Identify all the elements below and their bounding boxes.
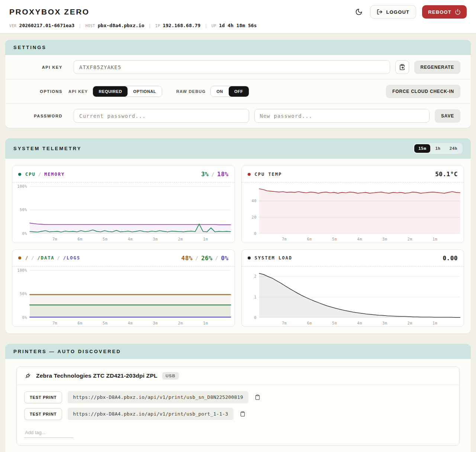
system-load-plot: 2107m6m5m4m3m2m1m xyxy=(242,267,464,327)
chart-disks: ///DATA//LOGS 48%/26%/0% 100%50%0%7m6m5m… xyxy=(12,249,235,327)
api-key-required-option[interactable]: REQUIRED xyxy=(93,86,128,97)
clipboard-copy-icon xyxy=(255,394,260,400)
printer-name: Zebra Technologies ZTC ZD421-203dpi ZPL xyxy=(36,372,157,379)
regenerate-button[interactable]: REGENERATE xyxy=(414,61,460,74)
svg-text:1m: 1m xyxy=(203,237,208,241)
svg-text:2m: 2m xyxy=(178,321,183,325)
usb-plug-icon xyxy=(24,372,31,380)
chart-label-part: /DATA xyxy=(37,255,54,261)
new-password-field[interactable] xyxy=(254,109,430,123)
password-label: PASSWORD xyxy=(5,114,68,118)
api-key-optional-option[interactable]: OPTIONAL xyxy=(128,86,162,97)
raw-debug-on-option[interactable]: ON xyxy=(211,86,229,97)
options-label: OPTIONS xyxy=(5,89,68,94)
api-key-mode-label: API KEY xyxy=(68,89,88,94)
svg-text:4m: 4m xyxy=(357,321,362,325)
svg-text:7m: 7m xyxy=(52,321,57,325)
logout-button[interactable]: LOGOUT xyxy=(370,5,416,19)
chart-title: CPU/MEMORY xyxy=(25,172,65,177)
disks-plot: 100%50%0%7m6m5m4m3m2m1m xyxy=(12,267,235,327)
save-password-button[interactable]: SAVE xyxy=(435,109,460,123)
chart-label-part: CPU xyxy=(25,172,36,177)
settings-section: SETTINGS API KEY REGENERATE OPTIONS API … xyxy=(5,40,471,128)
api-key-input[interactable] xyxy=(74,60,390,74)
clipboard-copy-icon xyxy=(399,64,405,70)
endpoint-row: TEST PRINT https://pbx-D8A4.pbxz.io/api/… xyxy=(24,391,452,403)
raw-debug-off-option[interactable]: OFF xyxy=(229,86,249,97)
cpu-temp-plot: 402007m6m5m4m3m2m1m xyxy=(242,183,464,243)
chart-label-part: 48% xyxy=(181,255,193,262)
telemetry-title: SYSTEM TELEMETRY xyxy=(13,146,81,151)
system-meta: VER 20260217.01-6671ea3 | HOST pbx-d8a4.… xyxy=(9,23,467,28)
range-tab-1h[interactable]: 1h xyxy=(431,144,444,153)
copy-api-key-button[interactable] xyxy=(395,60,409,74)
svg-text:3m: 3m xyxy=(382,321,387,325)
chart-label-part: 50.1°C xyxy=(435,171,458,178)
meta-label-ver: VER xyxy=(9,24,17,28)
chart-head: SYSTEM LOAD 0.00 xyxy=(242,250,464,267)
meta-label-ip: IP xyxy=(155,24,160,28)
chart-current-value: 0.00 xyxy=(443,255,458,262)
raw-debug-toggle: ON OFF xyxy=(210,86,249,97)
meta-value-ip: 192.168.68.79 xyxy=(163,23,200,28)
svg-text:7m: 7m xyxy=(282,321,286,325)
add-tag-input[interactable] xyxy=(24,427,73,438)
svg-text:1: 1 xyxy=(254,295,257,299)
endpoint-url: https://pbx-D8A4.pbxz.io/api/v1/print/us… xyxy=(68,391,248,403)
range-tab-24h[interactable]: 24h xyxy=(446,144,461,153)
range-tab-15m[interactable]: 15m xyxy=(414,144,430,153)
chart-head: CPU TEMP 50.1°C xyxy=(242,166,464,183)
copy-url-button[interactable] xyxy=(239,410,246,417)
chart-title: SYSTEM LOAD xyxy=(255,255,292,261)
logout-label: LOGOUT xyxy=(386,9,409,15)
svg-text:5m: 5m xyxy=(332,237,337,241)
chart-label-part: /LOGS xyxy=(63,255,80,261)
svg-text:3m: 3m xyxy=(153,321,158,325)
chart-current-value: 50.1°C xyxy=(435,171,458,178)
svg-text:6m: 6m xyxy=(77,237,82,241)
chart-title: CPU TEMP xyxy=(255,172,282,177)
printers-section: PRINTERS — AUTO DISCOVERED Zebra Technol… xyxy=(5,344,471,452)
divider: | xyxy=(205,23,206,28)
svg-text:4m: 4m xyxy=(128,321,133,325)
chart-title: ///DATA//LOGS xyxy=(25,255,80,261)
svg-text:7m: 7m xyxy=(52,237,57,241)
svg-text:0%: 0% xyxy=(22,232,27,236)
chart-current-value: 3%/18% xyxy=(201,171,229,178)
svg-text:100%: 100% xyxy=(17,268,27,272)
meta-value-host: pbx-d8a4.pbxz.io xyxy=(98,23,144,28)
svg-text:3m: 3m xyxy=(382,237,387,241)
svg-text:2: 2 xyxy=(254,274,257,278)
time-range-tabs: 15m 1h 24h xyxy=(413,143,463,154)
force-cloud-checkin-button[interactable]: FORCE CLOUD CHECK-IN xyxy=(386,85,460,98)
cpu-memory-plot: 100%50%0%7m6m5m4m3m2m1m xyxy=(12,183,235,243)
svg-text:50%: 50% xyxy=(20,208,27,212)
series-dot xyxy=(18,256,21,259)
svg-text:1m: 1m xyxy=(203,321,208,325)
separator: / xyxy=(57,255,61,261)
test-print-button[interactable]: TEST PRINT xyxy=(24,408,62,420)
meta-label-up: UP xyxy=(212,24,216,28)
copy-url-button[interactable] xyxy=(254,394,261,401)
divider: | xyxy=(149,23,150,28)
chart-label-part: 3% xyxy=(201,171,209,178)
current-password-field[interactable] xyxy=(74,109,249,123)
api-key-mode-toggle: REQUIRED OPTIONAL xyxy=(93,86,162,97)
page-title: PROXYBOX ZERO xyxy=(9,7,90,16)
test-print-button[interactable]: TEST PRINT xyxy=(24,391,62,403)
svg-text:6m: 6m xyxy=(77,321,82,325)
reboot-button[interactable]: REBOOT xyxy=(422,5,467,19)
divider: | xyxy=(79,23,80,28)
svg-text:1m: 1m xyxy=(432,321,437,325)
power-icon xyxy=(455,9,461,15)
endpoint-url: https://pbx-D8A4.pbxz.io/api/v1/print/us… xyxy=(68,408,233,420)
dark-mode-toggle[interactable] xyxy=(354,7,364,17)
svg-text:3m: 3m xyxy=(153,237,158,241)
chart-head: CPU/MEMORY 3%/18% xyxy=(12,166,235,183)
separator: / xyxy=(38,172,42,177)
chart-head: ///DATA//LOGS 48%/26%/0% xyxy=(12,250,235,267)
moon-icon xyxy=(355,8,363,16)
printers-title: PRINTERS — AUTO DISCOVERED xyxy=(13,349,121,354)
svg-text:6m: 6m xyxy=(307,237,312,241)
svg-text:0: 0 xyxy=(254,232,257,236)
